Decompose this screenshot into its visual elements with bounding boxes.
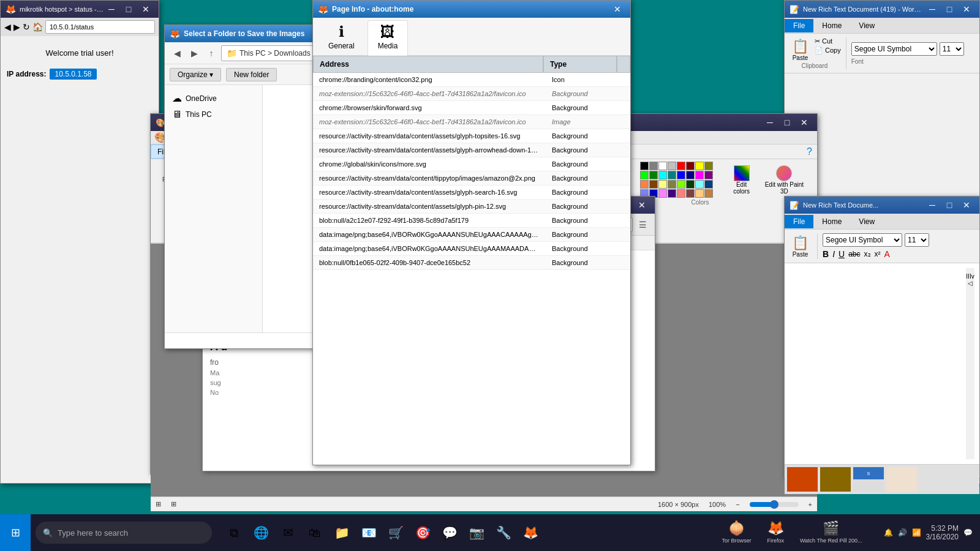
wordpad2-underline[interactable]: U bbox=[839, 249, 845, 259]
paint-zoom-thumb[interactable] bbox=[770, 500, 778, 509]
taskbar-edge[interactable]: 🌐 bbox=[249, 520, 273, 545]
taskbar-camera[interactable]: 📷 bbox=[464, 520, 489, 545]
color-swatch-c0c0c0[interactable] bbox=[668, 162, 676, 170]
browser-bg-maximize[interactable]: □ bbox=[121, 1, 137, 17]
wordpad-bg-tab-file[interactable]: File bbox=[785, 19, 813, 32]
pageinfo-tab-general[interactable]: ℹ General bbox=[318, 20, 365, 55]
edit-with-paint3d-btn[interactable]: Edit with Paint 3D bbox=[761, 165, 807, 195]
pageinfo-row[interactable]: chrome://global/skin/icons/more.svgBackg… bbox=[313, 157, 630, 171]
taskbar-clock[interactable]: 5:32 PM 3/16/2020 bbox=[926, 524, 959, 541]
color-swatch-ff0000[interactable] bbox=[677, 162, 685, 170]
wordpad-bg-tab-home[interactable]: Home bbox=[813, 19, 850, 32]
fd-new-folder-btn[interactable]: New folder bbox=[226, 68, 277, 81]
paint-help-btn[interactable]: ? bbox=[807, 146, 812, 157]
color-swatch-ff00ff[interactable] bbox=[695, 171, 704, 179]
color-swatch-ffff80[interactable] bbox=[658, 180, 667, 189]
pageinfo-row[interactable]: resource://activity-stream/data/content/… bbox=[313, 143, 630, 157]
pageinfo-row[interactable]: data:image/png;base64,iVBORw0KGgoAAAANSU… bbox=[313, 228, 630, 242]
pageinfo-row[interactable]: resource://activity-stream/data/content/… bbox=[313, 129, 630, 143]
wordpad-bg-paste-btn[interactable]: 📋 Paste bbox=[788, 37, 812, 62]
taskbar-firefox[interactable]: 🦊 bbox=[518, 520, 543, 545]
color-swatch-ffffff[interactable] bbox=[658, 162, 667, 170]
fd-up[interactable]: ↑ bbox=[204, 46, 219, 61]
fd-back[interactable]: ◀ bbox=[170, 46, 184, 61]
taskbar-outlook[interactable]: 📧 bbox=[356, 520, 381, 545]
pageinfo-row[interactable]: moz-extension://15c632c6-46f0-4acc-bef1-… bbox=[313, 87, 630, 101]
taskbar-task-view[interactable]: ⧉ bbox=[222, 520, 246, 545]
color-swatch-804000[interactable] bbox=[649, 180, 658, 189]
wordpad2-thumb2[interactable] bbox=[820, 467, 851, 492]
wordpad2-font-select[interactable]: Segoe UI Symbol bbox=[823, 233, 902, 247]
color-swatch-ff8080[interactable] bbox=[677, 189, 685, 198]
wordpad2-editor[interactable] bbox=[790, 268, 966, 459]
color-swatch-ffff00[interactable] bbox=[695, 162, 704, 170]
color-swatch-008000[interactable] bbox=[649, 171, 658, 179]
color-swatch-00ffff[interactable] bbox=[658, 171, 667, 179]
color-swatch-c08040[interactable] bbox=[704, 189, 713, 198]
taskbar-skype[interactable]: 💬 bbox=[437, 520, 462, 545]
color-swatch-80ff00[interactable] bbox=[677, 180, 685, 189]
fd-sidebar-thispc[interactable]: 🖥 This PC bbox=[167, 107, 260, 122]
wordpad2-fontsize-select[interactable]: 11 bbox=[905, 233, 929, 247]
wordpad2-paste-btn[interactable]: 📋 Paste bbox=[788, 234, 812, 259]
color-swatch-0000ff[interactable] bbox=[677, 171, 685, 179]
pageinfo-row[interactable]: chrome://browser/skin/forward.svgBackgro… bbox=[313, 101, 630, 115]
taskbar-notifications[interactable]: 🔔 bbox=[884, 528, 893, 537]
wordpad2-bold[interactable]: B bbox=[823, 249, 829, 259]
taskbar-start-btn[interactable]: ⊞ bbox=[0, 514, 31, 551]
color-swatch-800080[interactable] bbox=[704, 171, 713, 179]
pageinfo-row[interactable]: resource://activity-stream/data/content/… bbox=[313, 200, 630, 214]
paint-zoom-slider[interactable] bbox=[750, 502, 799, 507]
paint-maximize[interactable]: □ bbox=[779, 114, 795, 130]
color-swatch-004080[interactable] bbox=[704, 180, 713, 189]
wordpad2-sidebar-btn2[interactable]: ◁ bbox=[968, 280, 973, 287]
wordpad2-sidebar-btn1[interactable]: IIIv bbox=[966, 273, 974, 280]
wordpad2-maximize[interactable]: □ bbox=[941, 197, 957, 213]
color-swatch-000080[interactable] bbox=[686, 171, 695, 179]
wordpad-bg-fontsize-select[interactable]: 11 bbox=[940, 42, 964, 56]
taskbar-mail[interactable]: ✉ bbox=[276, 520, 300, 545]
pageinfo-close[interactable]: ✕ bbox=[609, 1, 625, 17]
wordpad2-thumb4[interactable] bbox=[886, 467, 917, 492]
color-swatch-800000[interactable] bbox=[686, 162, 695, 170]
fd-organize-btn[interactable]: Organize ▾ bbox=[170, 68, 221, 81]
taskbar-network[interactable]: 📶 bbox=[912, 528, 921, 537]
wordpad2-italic[interactable]: I bbox=[832, 249, 835, 259]
browser-bg-minimize[interactable]: ─ bbox=[104, 1, 119, 17]
wordpad2-superscript[interactable]: x² bbox=[875, 250, 881, 258]
pageinfo-row[interactable]: blob:null/0fb1e065-02f2-409b-9407-dce0e1… bbox=[313, 256, 630, 270]
taskbar-app-watch[interactable]: 🎬 Watch The Red Pill 200... bbox=[793, 517, 870, 549]
browser2-close[interactable]: ✕ bbox=[634, 197, 650, 213]
pageinfo-row[interactable]: moz-extension://15c632c6-46f0-4acc-bef1-… bbox=[313, 115, 630, 129]
pageinfo-row[interactable]: chrome://branding/content/icon32.pngIcon bbox=[313, 73, 630, 87]
taskbar-action-center[interactable]: 💬 bbox=[963, 528, 973, 537]
taskbar-app-tor[interactable]: 🧅 Tor Browser bbox=[714, 517, 758, 549]
wordpad2-strikethrough[interactable]: abc bbox=[848, 250, 860, 258]
pageinfo-row[interactable]: blob:null/a2c12e07-f292-49f1-b398-5c89d7… bbox=[313, 214, 630, 228]
paint-close[interactable]: ✕ bbox=[796, 114, 812, 130]
edit-colors-btn[interactable]: Edit colors bbox=[728, 165, 755, 195]
fd-sidebar-onedrive[interactable]: ☁ OneDrive bbox=[167, 90, 260, 107]
wordpad-bg-minimize[interactable]: ─ bbox=[924, 1, 940, 17]
paint-zoom-out[interactable]: − bbox=[736, 501, 739, 508]
color-swatch-ff8040[interactable] bbox=[640, 180, 649, 189]
color-swatch-ffcc80[interactable] bbox=[695, 189, 704, 198]
color-swatch-804040[interactable] bbox=[686, 189, 695, 198]
wordpad-bg-cut-btn[interactable]: ✂ Cut bbox=[815, 37, 841, 45]
taskbar-files[interactable]: 📁 bbox=[330, 520, 354, 545]
taskbar-trivia[interactable]: 🎯 bbox=[410, 520, 435, 545]
taskbar-amazon[interactable]: 🛒 bbox=[383, 520, 408, 545]
pageinfo-scroll[interactable]: chrome://branding/content/icon32.pngIcon… bbox=[313, 73, 630, 465]
browser-bg-close[interactable]: ✕ bbox=[138, 1, 154, 17]
paint-minimize[interactable]: ─ bbox=[762, 114, 778, 130]
color-swatch-80ffff[interactable] bbox=[695, 180, 704, 189]
pageinfo-row[interactable]: resource://activity-stream/data/content/… bbox=[313, 186, 630, 200]
taskbar-misc-app[interactable]: 🔧 bbox=[491, 520, 516, 545]
browser-bg-reload[interactable]: ↻ bbox=[23, 22, 30, 32]
wordpad2-font-color[interactable]: A bbox=[884, 249, 890, 259]
wordpad-bg-font-select[interactable]: Segoe UI Symbol bbox=[851, 42, 937, 56]
color-swatch-808000[interactable] bbox=[704, 162, 713, 170]
wordpad2-close[interactable]: ✕ bbox=[959, 197, 974, 213]
color-swatch-004000[interactable] bbox=[686, 180, 695, 189]
wordpad2-minimize[interactable]: ─ bbox=[924, 197, 940, 213]
